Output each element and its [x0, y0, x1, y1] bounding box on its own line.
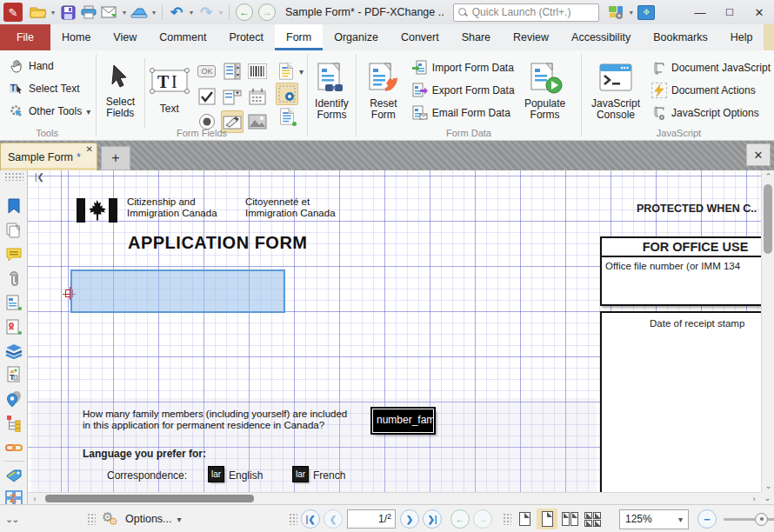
undo-icon[interactable]: ↶ — [166, 3, 187, 22]
layout-drag-handle[interactable] — [503, 513, 511, 525]
populate-forms-button[interactable]: Populate Forms — [518, 55, 572, 121]
email-form-data-button[interactable]: Email Form Data — [409, 102, 518, 124]
tab-organize[interactable]: Organize — [323, 24, 390, 50]
structure-panel-icon[interactable] — [4, 414, 23, 433]
last-page-button[interactable]: ❯| — [423, 509, 442, 529]
scroll-down-icon[interactable]: ⌄ — [762, 480, 774, 492]
tab-form[interactable]: Form — [275, 24, 323, 50]
new-form-field-selection[interactable] — [70, 269, 285, 313]
tab-review[interactable]: Review — [502, 24, 560, 50]
tags-panel-icon[interactable] — [4, 466, 23, 485]
other-tools-button[interactable]: Other Tools ▾ — [5, 100, 94, 123]
scroll-up-icon[interactable]: ⌃ — [762, 170, 774, 183]
highlight-fields-button[interactable] — [276, 83, 298, 105]
scroll-left-icon[interactable]: ‹ — [30, 493, 40, 505]
tabbar-close-button[interactable]: ✕ — [746, 143, 771, 166]
history-forward-icon[interactable]: → — [258, 3, 276, 21]
correspondence-french-checkbox[interactable]: lar — [293, 467, 308, 482]
javascript-options-button[interactable]: JavaScript Options — [648, 102, 774, 124]
layers-panel-icon[interactable] — [4, 342, 23, 361]
continuous-layout-button[interactable] — [537, 509, 557, 529]
history-back-icon[interactable]: ← — [236, 3, 253, 21]
checkbox-field-button[interactable] — [196, 85, 218, 108]
open-file-icon[interactable] — [28, 3, 49, 22]
scrollbar-corner[interactable]: ⌄ — [761, 492, 774, 504]
document-viewport[interactable]: |❮ Citizenship andImmigration Canada Cit… — [28, 170, 761, 492]
zoom-slider-thumb[interactable] — [755, 513, 768, 526]
tab-protect[interactable]: Protect — [217, 24, 275, 50]
options-button[interactable]: ⚙⚙ Options... ▾ — [101, 505, 182, 532]
tab-help[interactable]: Help — [719, 24, 764, 50]
panel-drag-handle[interactable] — [4, 172, 23, 181]
tab-accessibility[interactable]: Accessibility — [560, 24, 642, 50]
nav-drag-handle[interactable] — [289, 513, 297, 525]
minimize-button[interactable]: — — [685, 2, 715, 23]
ui-options-dropdown-icon[interactable]: ▾ — [627, 9, 636, 17]
document-actions-button[interactable]: Document Actions — [648, 79, 774, 102]
close-button[interactable]: ✕ — [744, 2, 774, 23]
email-icon[interactable] — [99, 3, 120, 22]
fullscreen-icon[interactable]: ✥ — [636, 3, 657, 22]
previous-page-button[interactable]: ❮ — [324, 509, 343, 529]
identify-forms-button[interactable]: Identify Forms — [310, 55, 354, 121]
javascript-console-button[interactable]: JavaScript Console — [584, 55, 648, 121]
comments-panel-icon[interactable] — [4, 245, 23, 264]
export-form-data-button[interactable]: Export Form Data — [409, 79, 518, 102]
links-panel-icon[interactable] — [4, 438, 23, 457]
tab-bookmarks[interactable]: Bookmarks — [642, 24, 719, 50]
import-form-data-button[interactable]: Import Form Data — [409, 57, 518, 79]
undo-dropdown-icon[interactable]: ▾ — [187, 9, 196, 17]
signatures-panel-icon[interactable] — [4, 318, 23, 337]
document-javascript-button[interactable]: Document JavaScript — [648, 57, 774, 79]
scanner-dropdown-icon[interactable]: ▾ — [150, 9, 158, 17]
text-field-button[interactable]: TI Text — [147, 55, 192, 115]
list-box-button[interactable] — [221, 60, 244, 83]
tab-share[interactable]: Share — [450, 24, 502, 50]
thumbnails-panel-icon[interactable] — [4, 221, 23, 240]
correspondence-english-checkbox[interactable]: lar — [209, 467, 224, 482]
page-number-input[interactable]: 1/2 — [347, 509, 396, 529]
tab-order-button[interactable] — [276, 105, 298, 128]
collapse-panel-icon[interactable]: |❮ — [35, 172, 44, 182]
email-dropdown-icon[interactable]: ▾ — [120, 9, 129, 17]
zoom-level-select[interactable]: 125%▾ — [619, 509, 689, 529]
attachments-panel-icon[interactable] — [4, 269, 23, 289]
content-panel-icon[interactable]: T — [4, 365, 23, 384]
vertical-scrollbar[interactable]: ⌃ ⌄ — [761, 170, 774, 492]
form-field-style-button[interactable]: ▾ — [276, 60, 305, 83]
view-forward-button[interactable]: → — [473, 509, 492, 529]
number-fam-field[interactable]: number_fam — [372, 409, 434, 433]
horizontal-scrollbar[interactable]: ‹ › — [28, 492, 761, 504]
button-field-button[interactable]: OK — [196, 60, 218, 83]
date-field-button[interactable] — [246, 85, 269, 108]
redo-dropdown-icon[interactable]: ▾ — [217, 9, 225, 17]
view-back-button[interactable]: ← — [450, 509, 470, 529]
redo-icon[interactable]: ↷ — [196, 3, 217, 22]
tab-close-icon[interactable]: ✕ — [86, 144, 93, 154]
zoom-out-button[interactable]: − — [697, 509, 717, 529]
tab-comment[interactable]: Comment — [148, 24, 217, 50]
dropdown-field-button[interactable] — [221, 85, 244, 108]
two-page-layout-button[interactable] — [559, 509, 580, 529]
print-icon[interactable] — [78, 3, 99, 22]
document-tab-sample-form[interactable]: Sample Form * ✕ — [0, 143, 97, 170]
ui-options-icon[interactable] — [606, 3, 627, 22]
select-fields-button[interactable]: Select Fields — [98, 55, 143, 119]
destinations-panel-icon[interactable] — [4, 389, 23, 409]
reset-form-button[interactable]: Reset Form — [358, 55, 409, 121]
quick-launch-input[interactable]: Quick Launch (Ctrl+.) — [453, 3, 599, 22]
maximize-button[interactable]: ☐ — [715, 2, 744, 23]
save-icon[interactable] — [57, 3, 78, 22]
scanner-icon[interactable] — [129, 3, 150, 22]
tab-view[interactable]: View — [102, 24, 148, 50]
tab-format[interactable]: Format — [764, 24, 774, 50]
select-text-button[interactable]: TI Select Text — [5, 77, 83, 100]
first-page-button[interactable]: |❮ — [301, 509, 320, 529]
tab-file[interactable]: File — [0, 24, 50, 50]
vertical-scroll-thumb[interactable] — [764, 184, 772, 254]
zoom-slider[interactable] — [724, 518, 774, 521]
new-tab-button[interactable]: + — [101, 146, 130, 170]
next-page-button[interactable]: ❯ — [400, 509, 419, 529]
statusbar-drag-handle[interactable] — [87, 513, 96, 525]
two-page-continuous-layout-button[interactable] — [582, 509, 603, 529]
